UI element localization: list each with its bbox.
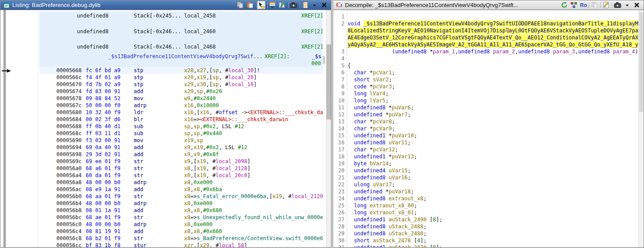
operand-token[interactable]: local_30 bbox=[228, 67, 254, 73]
instruction-operands[interactable]: x8=>s_Unexpectedly_found_nil_while_unw_0… bbox=[184, 214, 323, 221]
code-token[interactable]: * bbox=[386, 133, 392, 139]
code-token[interactable]: undefined8 bbox=[354, 175, 385, 181]
dropdown-caret-icon[interactable] bbox=[623, 1, 631, 9]
code-token[interactable] bbox=[386, 224, 389, 230]
operand-token[interactable]: , LSL bbox=[219, 144, 238, 150]
operand-token[interactable]: x9 bbox=[184, 158, 190, 164]
instruction-operands[interactable]: sp,sp,#0x440 bbox=[184, 130, 222, 137]
instruction-row[interactable]: 00005670fd 7b 02 a9stpx29,x30,[sp, #loca… bbox=[39, 81, 323, 88]
instruction-row[interactable]: 000056b448 00 00 b0adrpx8,0xe000 bbox=[39, 200, 323, 207]
decompile-line[interactable]: 12 undefined *puVar7; bbox=[333, 111, 644, 118]
operand-token[interactable]: , bbox=[190, 144, 193, 150]
operand-token[interactable]: ] bbox=[247, 165, 251, 171]
operand-token[interactable]: xzr bbox=[184, 242, 194, 247]
code-token[interactable]: ; bbox=[392, 70, 395, 76]
instruction-operands[interactable]: x8,0xe000 bbox=[184, 179, 212, 186]
decompile-line[interactable]: 15 undefined1 *puVar10; bbox=[333, 132, 644, 139]
edit-fields-icon[interactable] bbox=[278, 1, 286, 9]
variable-storage[interactable]: Stack[-0x246... bbox=[134, 43, 181, 50]
code-token[interactable] bbox=[348, 140, 354, 146]
instruction-bytes[interactable]: ff 0b 40 d1 bbox=[86, 123, 120, 130]
code-token[interactable] bbox=[366, 98, 369, 104]
variable-name[interactable]: local_2458 bbox=[184, 12, 216, 19]
operand-token[interactable]: , bbox=[194, 102, 197, 108]
operand-token[interactable]: x9 bbox=[184, 151, 190, 157]
code-token[interactable]: ; bbox=[389, 77, 392, 83]
instruction-operands[interactable]: x29,x30,[sp, #local_10] bbox=[184, 81, 257, 88]
instruction-row[interactable]: 0000567809 88 84 52movw9,#0x2440 bbox=[39, 95, 323, 102]
code-text[interactable]: undefined *puVar7; bbox=[348, 111, 638, 118]
decompile-line[interactable]: 24 undefined8 extraout_x8; bbox=[333, 195, 644, 202]
function-name-token[interactable]: AE4EdgeO3SetV_12CoreGraphics7CGFloatVSgt… bbox=[348, 35, 638, 41]
code-token[interactable]: auStack_2470 bbox=[389, 245, 427, 247]
decompile-line[interactable]: 22 ulong uVar17; bbox=[333, 181, 644, 188]
code-token[interactable] bbox=[386, 231, 389, 237]
operand-token[interactable]: ] bbox=[254, 81, 257, 87]
code-token[interactable]: ( bbox=[348, 49, 395, 55]
operand-token[interactable]: #0x680 bbox=[203, 207, 222, 213]
code-token[interactable] bbox=[348, 98, 354, 104]
decompile-scrollbar-thumb[interactable] bbox=[639, 12, 643, 112]
operand-token[interactable]: ] bbox=[254, 74, 257, 80]
instruction-row[interactable]: 0000568400 02 3f d6blrx16=><EXTERNAL>::_… bbox=[39, 116, 323, 123]
operand-token[interactable]: #0x2 bbox=[203, 123, 216, 129]
code-token[interactable] bbox=[348, 84, 354, 90]
instruction-operands[interactable]: x16,[x16, #offset -><EXTERNAL>::___chkst… bbox=[184, 109, 323, 116]
operand-token[interactable]: , # bbox=[219, 74, 229, 80]
operand-token[interactable]: => bbox=[190, 193, 196, 199]
code-token[interactable]: ; bbox=[392, 182, 395, 188]
operand-token[interactable]: offset bbox=[219, 109, 238, 115]
code-token[interactable]: ]; bbox=[436, 217, 442, 223]
operand-token[interactable]: x8 bbox=[184, 221, 190, 227]
code-token[interactable]: ]; bbox=[420, 238, 426, 244]
code-text[interactable] bbox=[348, 55, 638, 62]
operand-token[interactable]: , # bbox=[219, 81, 229, 87]
code-token[interactable]: ]; bbox=[436, 245, 442, 247]
instruction-mnemonic[interactable]: str bbox=[134, 172, 143, 179]
code-token[interactable]: undefined1 bbox=[354, 245, 385, 247]
code-token[interactable]: ; bbox=[414, 203, 417, 209]
instruction-mnemonic[interactable]: str bbox=[134, 214, 143, 221]
code-token[interactable]: * bbox=[366, 70, 372, 76]
code-token[interactable] bbox=[366, 210, 369, 216]
function-name-token[interactable]: _$s13BadPreference11ContentViewV4bodyQrv… bbox=[363, 21, 638, 27]
operand-token[interactable]: x29 bbox=[184, 81, 194, 87]
code-text[interactable]: char *pcVar1; bbox=[348, 69, 638, 76]
instruction-bytes[interactable]: fd 83 00 91 bbox=[86, 88, 120, 95]
instruction-address[interactable]: 00005684 bbox=[56, 116, 82, 123]
variable-name[interactable]: local_2460 bbox=[184, 28, 216, 35]
code-token[interactable]: asStack_2478 bbox=[373, 238, 411, 244]
decompile-line[interactable]: 18 undefined1 *puVar13; bbox=[333, 153, 644, 160]
instruction-mnemonic[interactable]: add bbox=[134, 186, 143, 193]
xref-source-name[interactable]: _$s bbox=[312, 53, 321, 60]
instruction-bytes[interactable]: 48 00 00 b0 bbox=[86, 221, 120, 228]
operand-token[interactable]: 0xe000 bbox=[194, 221, 212, 227]
code-token[interactable] bbox=[348, 224, 354, 230]
operand-token[interactable]: , # bbox=[219, 67, 229, 73]
instruction-row[interactable]: 000056c048 00 00 b0adrpx8,0xe000 bbox=[39, 221, 323, 228]
operand-token[interactable]: w9 bbox=[184, 95, 190, 101]
code-text[interactable]: undefined1 auStack_2470 [8]; bbox=[348, 244, 638, 247]
instruction-address[interactable]: 0000568c bbox=[56, 130, 82, 137]
code-token[interactable]: ; bbox=[386, 98, 389, 104]
code-token[interactable]: * bbox=[386, 105, 392, 111]
instruction-mnemonic[interactable]: adrp bbox=[134, 102, 146, 109]
decompile-line[interactable]: 31 undefined1 auStack_2470 [8]; bbox=[333, 244, 644, 247]
instruction-address[interactable]: 000056b0 bbox=[56, 193, 82, 200]
code-token[interactable] bbox=[550, 49, 553, 55]
code-token[interactable]: param_2 bbox=[493, 49, 515, 55]
instruction-operands[interactable]: x8,x8,#0x680 bbox=[184, 207, 222, 214]
operand-token[interactable]: x19 bbox=[197, 172, 206, 178]
operand-token[interactable]: , # bbox=[206, 172, 216, 178]
code-token[interactable]: * bbox=[382, 189, 388, 195]
code-token[interactable]: lVar4 bbox=[370, 91, 386, 97]
operand-token[interactable]: , # bbox=[209, 242, 219, 247]
function-label-row[interactable]: _$s13BadPreference11ContentViewV4bodyQrv… bbox=[39, 53, 323, 60]
operand-token[interactable]: , bbox=[194, 81, 197, 87]
instruction-operands[interactable]: x16,0x10000 bbox=[184, 102, 219, 109]
code-token[interactable] bbox=[348, 126, 354, 132]
code-token[interactable]: param_4 bbox=[613, 49, 635, 55]
operand-token[interactable]: , # bbox=[206, 165, 216, 171]
operand-token[interactable]: , bbox=[194, 74, 197, 80]
operand-token[interactable]: , # bbox=[206, 158, 216, 164]
